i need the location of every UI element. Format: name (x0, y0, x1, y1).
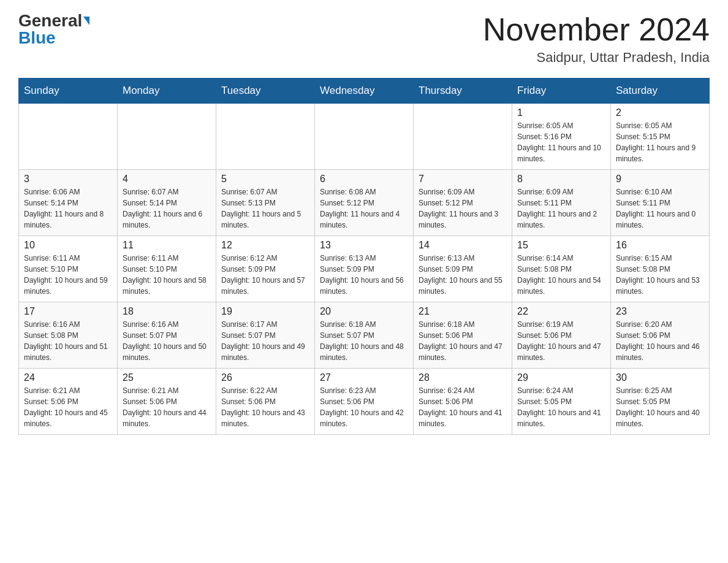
day-info: Sunrise: 6:09 AMSunset: 5:11 PMDaylight:… (517, 186, 605, 231)
day-number: 15 (517, 240, 605, 251)
weekday-header-tuesday: Tuesday (216, 79, 315, 104)
calendar-cell (19, 104, 118, 170)
calendar-cell: 9Sunrise: 6:10 AMSunset: 5:11 PMDaylight… (611, 170, 710, 236)
day-number: 24 (24, 372, 112, 383)
day-info: Sunrise: 6:07 AMSunset: 5:14 PMDaylight:… (123, 186, 211, 231)
day-number: 1 (517, 107, 605, 118)
week-row-2: 3Sunrise: 6:06 AMSunset: 5:14 PMDaylight… (19, 170, 710, 236)
day-number: 29 (517, 372, 605, 383)
calendar-cell: 1Sunrise: 6:05 AMSunset: 5:16 PMDaylight… (512, 104, 611, 170)
calendar-cell: 10Sunrise: 6:11 AMSunset: 5:10 PMDayligh… (19, 236, 118, 302)
calendar-cell (414, 104, 512, 170)
calendar-cell: 3Sunrise: 6:06 AMSunset: 5:14 PMDaylight… (19, 170, 118, 236)
calendar-cell (216, 104, 315, 170)
calendar-cell: 19Sunrise: 6:17 AMSunset: 5:07 PMDayligh… (216, 302, 315, 369)
weekday-header-saturday: Saturday (611, 79, 710, 104)
day-info: Sunrise: 6:21 AMSunset: 5:06 PMDaylight:… (24, 385, 112, 429)
day-number: 13 (320, 240, 408, 251)
week-row-5: 24Sunrise: 6:21 AMSunset: 5:06 PMDayligh… (19, 369, 710, 435)
day-info: Sunrise: 6:16 AMSunset: 5:07 PMDaylight:… (123, 319, 211, 363)
day-number: 25 (123, 372, 211, 383)
week-row-1: 1Sunrise: 6:05 AMSunset: 5:16 PMDaylight… (19, 104, 710, 170)
day-info: Sunrise: 6:13 AMSunset: 5:09 PMDaylight:… (320, 253, 408, 297)
logo-general-text: General (18, 12, 82, 29)
day-number: 21 (419, 306, 507, 317)
calendar-cell: 15Sunrise: 6:14 AMSunset: 5:08 PMDayligh… (512, 236, 611, 302)
day-number: 20 (320, 306, 408, 317)
calendar-cell: 23Sunrise: 6:20 AMSunset: 5:06 PMDayligh… (611, 302, 710, 369)
day-info: Sunrise: 6:21 AMSunset: 5:06 PMDaylight:… (123, 385, 211, 429)
day-info: Sunrise: 6:14 AMSunset: 5:08 PMDaylight:… (517, 253, 605, 297)
calendar-cell: 2Sunrise: 6:05 AMSunset: 5:15 PMDaylight… (611, 104, 710, 170)
calendar-cell: 18Sunrise: 6:16 AMSunset: 5:07 PMDayligh… (118, 302, 216, 369)
calendar-cell: 5Sunrise: 6:07 AMSunset: 5:13 PMDaylight… (216, 170, 315, 236)
day-info: Sunrise: 6:08 AMSunset: 5:12 PMDaylight:… (320, 186, 408, 231)
calendar-cell: 8Sunrise: 6:09 AMSunset: 5:11 PMDaylight… (512, 170, 611, 236)
calendar-cell (315, 104, 414, 170)
day-info: Sunrise: 6:24 AMSunset: 5:05 PMDaylight:… (517, 385, 605, 429)
logo: General Blue (18, 12, 89, 47)
weekday-header-monday: Monday (118, 79, 216, 104)
day-info: Sunrise: 6:19 AMSunset: 5:06 PMDaylight:… (517, 319, 605, 363)
calendar-cell: 29Sunrise: 6:24 AMSunset: 5:05 PMDayligh… (512, 369, 611, 435)
day-number: 2 (616, 107, 704, 118)
day-number: 6 (320, 174, 408, 185)
calendar-cell: 27Sunrise: 6:23 AMSunset: 5:06 PMDayligh… (315, 369, 414, 435)
day-info: Sunrise: 6:12 AMSunset: 5:09 PMDaylight:… (221, 253, 309, 297)
day-number: 18 (123, 306, 211, 317)
day-number: 27 (320, 372, 408, 383)
day-number: 4 (123, 174, 211, 185)
weekday-header-sunday: Sunday (19, 79, 118, 104)
day-info: Sunrise: 6:16 AMSunset: 5:08 PMDaylight:… (24, 319, 112, 363)
calendar-cell (118, 104, 216, 170)
day-number: 10 (24, 240, 112, 251)
day-info: Sunrise: 6:18 AMSunset: 5:06 PMDaylight:… (419, 319, 507, 363)
day-number: 28 (419, 372, 507, 383)
day-info: Sunrise: 6:13 AMSunset: 5:09 PMDaylight:… (419, 253, 507, 297)
calendar-cell: 21Sunrise: 6:18 AMSunset: 5:06 PMDayligh… (414, 302, 512, 369)
calendar-cell: 12Sunrise: 6:12 AMSunset: 5:09 PMDayligh… (216, 236, 315, 302)
day-info: Sunrise: 6:06 AMSunset: 5:14 PMDaylight:… (24, 186, 112, 231)
calendar-cell: 16Sunrise: 6:15 AMSunset: 5:08 PMDayligh… (611, 236, 710, 302)
weekday-header-row: SundayMondayTuesdayWednesdayThursdayFrid… (19, 79, 710, 104)
title-area: November 2024 Saidpur, Uttar Pradesh, In… (483, 12, 710, 66)
day-info: Sunrise: 6:11 AMSunset: 5:10 PMDaylight:… (123, 253, 211, 297)
day-info: Sunrise: 6:15 AMSunset: 5:08 PMDaylight:… (616, 253, 704, 297)
calendar-cell: 17Sunrise: 6:16 AMSunset: 5:08 PMDayligh… (19, 302, 118, 369)
week-row-3: 10Sunrise: 6:11 AMSunset: 5:10 PMDayligh… (19, 236, 710, 302)
day-info: Sunrise: 6:18 AMSunset: 5:07 PMDaylight:… (320, 319, 408, 363)
day-number: 3 (24, 174, 112, 185)
calendar-cell: 6Sunrise: 6:08 AMSunset: 5:12 PMDaylight… (315, 170, 414, 236)
day-number: 30 (616, 372, 704, 383)
weekday-header-thursday: Thursday (414, 79, 512, 104)
month-title: November 2024 (483, 12, 710, 47)
weekday-header-wednesday: Wednesday (315, 79, 414, 104)
calendar-cell: 4Sunrise: 6:07 AMSunset: 5:14 PMDaylight… (118, 170, 216, 236)
calendar-cell: 11Sunrise: 6:11 AMSunset: 5:10 PMDayligh… (118, 236, 216, 302)
calendar-cell: 14Sunrise: 6:13 AMSunset: 5:09 PMDayligh… (414, 236, 512, 302)
location-title: Saidpur, Uttar Pradesh, India (483, 50, 710, 66)
calendar-cell: 13Sunrise: 6:13 AMSunset: 5:09 PMDayligh… (315, 236, 414, 302)
calendar-cell: 7Sunrise: 6:09 AMSunset: 5:12 PMDaylight… (414, 170, 512, 236)
day-number: 8 (517, 174, 605, 185)
day-info: Sunrise: 6:07 AMSunset: 5:13 PMDaylight:… (221, 186, 309, 231)
calendar-cell: 28Sunrise: 6:24 AMSunset: 5:06 PMDayligh… (414, 369, 512, 435)
day-number: 26 (221, 372, 309, 383)
day-number: 11 (123, 240, 211, 251)
day-info: Sunrise: 6:24 AMSunset: 5:06 PMDaylight:… (419, 385, 507, 429)
day-number: 19 (221, 306, 309, 317)
calendar-cell: 26Sunrise: 6:22 AMSunset: 5:06 PMDayligh… (216, 369, 315, 435)
calendar-table: SundayMondayTuesdayWednesdayThursdayFrid… (18, 78, 710, 435)
day-number: 22 (517, 306, 605, 317)
header-area: General Blue November 2024 Saidpur, Utta… (18, 12, 710, 66)
calendar-cell: 30Sunrise: 6:25 AMSunset: 5:05 PMDayligh… (611, 369, 710, 435)
day-number: 23 (616, 306, 704, 317)
day-info: Sunrise: 6:17 AMSunset: 5:07 PMDaylight:… (221, 319, 309, 363)
calendar-cell: 24Sunrise: 6:21 AMSunset: 5:06 PMDayligh… (19, 369, 118, 435)
calendar-body: 1Sunrise: 6:05 AMSunset: 5:16 PMDaylight… (19, 104, 710, 435)
weekday-header-friday: Friday (512, 79, 611, 104)
day-info: Sunrise: 6:22 AMSunset: 5:06 PMDaylight:… (221, 385, 309, 429)
day-info: Sunrise: 6:05 AMSunset: 5:15 PMDaylight:… (616, 120, 704, 164)
day-number: 14 (419, 240, 507, 251)
calendar-cell: 25Sunrise: 6:21 AMSunset: 5:06 PMDayligh… (118, 369, 216, 435)
